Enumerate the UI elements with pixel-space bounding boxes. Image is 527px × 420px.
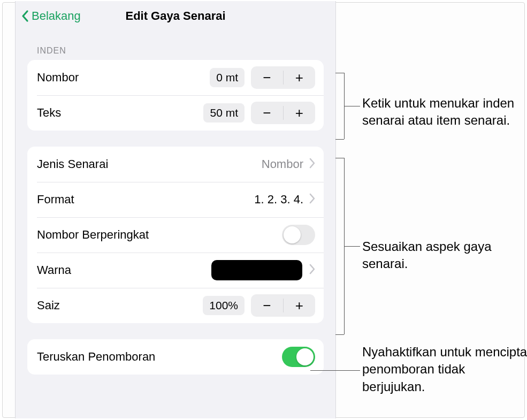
callout-bracket: [335, 158, 344, 158]
callout-bracket: [335, 139, 344, 140]
callout-bracket: [335, 73, 344, 73]
continue-numbering-label: Teruskan Penomboran: [37, 350, 282, 364]
panel-title: Edit Gaya Senarai: [125, 10, 225, 22]
list-type-row[interactable]: Jenis Senarai Nombor: [27, 147, 324, 182]
indent-card: Nombor 0 mt − + Teks 50 mt − +: [27, 60, 324, 131]
chevron-left-icon: [21, 10, 29, 22]
list-type-value: Nombor: [262, 157, 303, 171]
list-type-label: Jenis Senarai: [37, 157, 262, 171]
indent-text-value[interactable]: 50 mt: [203, 103, 245, 123]
section-header-indent: INDEN: [16, 31, 335, 60]
indent-number-increase-button[interactable]: +: [284, 66, 316, 89]
back-label: Belakang: [32, 10, 81, 22]
back-button[interactable]: Belakang: [21, 1, 81, 31]
callout-leader: [310, 370, 360, 371]
indent-text-stepper: − +: [251, 102, 315, 124]
callout-style: Sesuaikan aspek gaya senarai.: [362, 238, 517, 273]
indent-text-increase-button[interactable]: +: [284, 102, 316, 124]
size-label: Saiz: [37, 299, 203, 312]
edit-list-style-panel: Belakang Edit Gaya Senarai INDEN Nombor …: [15, 1, 336, 418]
callout-leader: [344, 106, 360, 106]
ranked-number-label: Nombor Berperingkat: [37, 228, 282, 242]
size-increase-button[interactable]: +: [284, 294, 316, 317]
indent-number-label: Nombor: [37, 71, 210, 85]
color-label: Warna: [37, 263, 211, 277]
chevron-right-icon: [309, 264, 315, 277]
size-decrease-button[interactable]: −: [251, 294, 283, 317]
format-label: Format: [37, 193, 254, 207]
size-value[interactable]: 100%: [203, 296, 245, 315]
panel-header: Belakang Edit Gaya Senarai: [16, 1, 335, 31]
chevron-right-icon: [309, 193, 315, 206]
size-stepper: − +: [251, 294, 315, 317]
chevron-right-icon: [309, 158, 315, 171]
color-swatch: [211, 260, 302, 280]
continue-numbering-card: Teruskan Penomboran: [27, 339, 324, 375]
callout-bracket: [335, 334, 344, 335]
indent-text-label: Teks: [37, 106, 203, 120]
ranked-number-row: Nombor Berperingkat: [27, 217, 324, 253]
indent-text-row: Teks 50 mt − +: [27, 95, 324, 131]
format-value: 1. 2. 3. 4.: [254, 193, 303, 207]
callout-indent: Ketik untuk menukar inden senarai atau i…: [362, 95, 523, 129]
toggle-knob: [296, 348, 314, 365]
toggle-knob: [284, 226, 301, 243]
ranked-number-toggle[interactable]: [282, 225, 315, 245]
continue-numbering-toggle[interactable]: [282, 347, 315, 367]
indent-text-decrease-button[interactable]: −: [251, 102, 283, 124]
indent-number-row: Nombor 0 mt − +: [27, 60, 324, 95]
continue-numbering-row: Teruskan Penomboran: [27, 339, 324, 375]
style-card: Jenis Senarai Nombor Format 1. 2. 3. 4. …: [27, 147, 324, 323]
indent-number-decrease-button[interactable]: −: [251, 66, 283, 89]
indent-number-value[interactable]: 0 mt: [210, 68, 245, 87]
color-row[interactable]: Warna: [27, 253, 324, 288]
callout-leader: [344, 246, 360, 247]
size-row: Saiz 100% − +: [27, 288, 324, 323]
callout-continue: Nyahaktifkan untuk mencipta penomboran t…: [362, 343, 527, 395]
format-row[interactable]: Format 1. 2. 3. 4.: [27, 182, 324, 217]
indent-number-stepper: − +: [251, 66, 315, 89]
